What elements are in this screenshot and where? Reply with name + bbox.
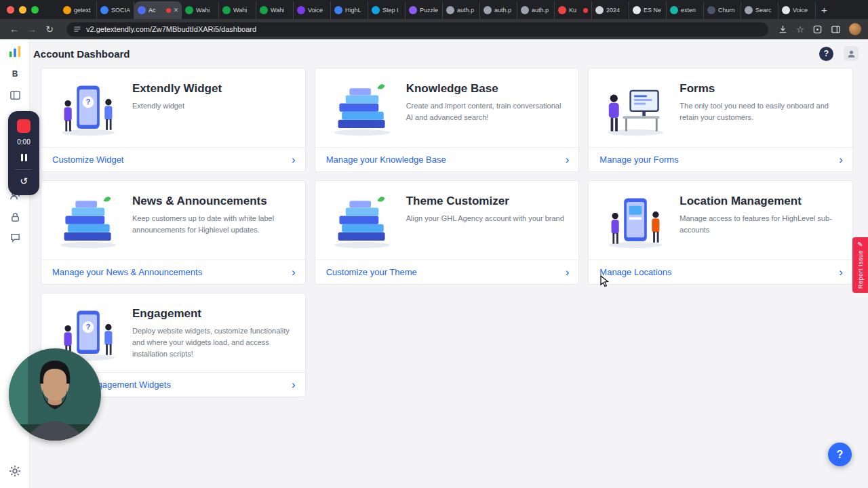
- browser-tab[interactable]: Step I: [368, 1, 406, 19]
- site-info-icon[interactable]: [73, 25, 81, 33]
- card-title: Forms: [679, 82, 843, 96]
- pencil-icon: ✎: [857, 241, 863, 248]
- card-action-label: Customize Widget: [52, 155, 123, 165]
- card-action-label: Customize your Theme: [326, 267, 417, 277]
- browser-tab[interactable]: Voice: [778, 1, 816, 19]
- card-action-label: Manage Locations: [599, 267, 671, 277]
- browser-tab[interactable]: auth.p: [443, 1, 480, 19]
- tab-label: auth.p: [532, 7, 549, 14]
- tab-favicon: [138, 6, 146, 14]
- back-icon[interactable]: ←: [7, 24, 22, 35]
- browser-tab[interactable]: ES Ne: [629, 1, 667, 19]
- browser-profile-avatar[interactable]: [849, 23, 861, 35]
- card-action-label: Manage your News & Announcements: [52, 267, 202, 277]
- browser-tab[interactable]: Ku: [555, 1, 592, 19]
- browser-tab[interactable]: getext: [60, 1, 97, 19]
- tab-strip-tabs: getextSOCIAAc×WahiWahiWahiVoiceHighLStep…: [60, 0, 816, 19]
- manage-news-announcements-link[interactable]: Manage your News & Announcements ›: [41, 260, 305, 284]
- card-title: Location Management: [679, 195, 843, 208]
- tab-label: HighL: [345, 7, 361, 14]
- browser-tab[interactable]: Wahi: [219, 1, 256, 19]
- tab-label: getext: [74, 7, 91, 14]
- customize-widget-link[interactable]: Customize Widget ›: [41, 147, 305, 171]
- url-text[interactable]: v2.getextendly.com/Zw7MBbudtIdXARi5/dash…: [86, 25, 256, 33]
- tab-favicon: [334, 6, 342, 14]
- new-tab-button[interactable]: +: [821, 4, 827, 19]
- card-knowledge-base: Knowledge Base Create and import content…: [315, 68, 580, 172]
- card-description: Create and import content, train convers…: [406, 100, 570, 123]
- help-icon[interactable]: ?: [819, 47, 833, 61]
- app-content: B: [0, 39, 868, 488]
- report-issue-label: Report Issue: [857, 250, 864, 289]
- card-description: The only tool you need to easily onboard…: [679, 100, 843, 123]
- manage-locations-link[interactable]: Manage Locations ›: [589, 260, 852, 284]
- page-title: Account Dashboard: [33, 48, 130, 60]
- browser-tab[interactable]: SOCIA: [97, 1, 134, 19]
- card-description: Keep customers up to date with white lab…: [132, 213, 296, 236]
- sidebar-item-b-badge[interactable]: B: [0, 69, 30, 79]
- bookmark-star-icon[interactable]: ☆: [796, 25, 804, 34]
- window-zoom-button[interactable]: [31, 6, 39, 14]
- pause-recording-button[interactable]: [21, 151, 27, 164]
- browser-tab[interactable]: Ac×: [134, 1, 182, 19]
- card-title: News & Announcements: [132, 195, 296, 208]
- window-close-button[interactable]: [7, 6, 14, 14]
- address-bar[interactable]: v2.getextendly.com/Zw7MBbudtIdXARi5/dash…: [66, 22, 768, 37]
- person-icon: [846, 49, 856, 59]
- tab-label: Ku: [569, 7, 576, 14]
- tab-favicon: [222, 6, 231, 14]
- lock-icon[interactable]: [0, 211, 30, 223]
- customize-theme-link[interactable]: Customize your Theme ›: [315, 260, 579, 284]
- card-title: Engagement: [132, 307, 296, 321]
- extendly-logo: [0, 45, 30, 58]
- tab-close-icon[interactable]: ×: [174, 6, 178, 14]
- tab-label: auth.p: [457, 7, 474, 14]
- browser-tab[interactable]: exten: [667, 1, 704, 19]
- reload-icon[interactable]: ↻: [42, 24, 57, 35]
- tab-favicon: [260, 6, 268, 14]
- restart-recording-icon[interactable]: ↺: [20, 176, 28, 186]
- forward-icon[interactable]: →: [24, 24, 39, 35]
- stop-recording-button[interactable]: [17, 119, 31, 133]
- browser-tab[interactable]: Searc: [741, 1, 778, 19]
- window-minimize-button[interactable]: [19, 6, 26, 14]
- card-description: Extendly widget: [132, 100, 222, 112]
- phone-people-illustration: ?: [48, 77, 128, 142]
- tab-favicon: [745, 6, 753, 14]
- browser-tab[interactable]: Churn: [704, 1, 741, 19]
- tab-label: Voice: [793, 7, 808, 14]
- download-icon[interactable]: [778, 24, 788, 35]
- help-fab[interactable]: ?: [828, 443, 852, 466]
- webcam-bubble[interactable]: [9, 348, 101, 441]
- browser-tab[interactable]: 2024: [592, 1, 629, 19]
- browser-tab[interactable]: HighL: [331, 1, 368, 19]
- extensions-puzzle-icon[interactable]: [812, 24, 823, 35]
- tab-favicon: [595, 6, 604, 14]
- browser-tab[interactable]: auth.p: [517, 1, 555, 19]
- user-avatar[interactable]: [844, 46, 859, 61]
- report-issue-tab[interactable]: ✎ Report Issue: [852, 237, 868, 293]
- settings-gear-icon[interactable]: [0, 465, 30, 477]
- layout-panel-icon[interactable]: [0, 89, 30, 101]
- card-theme-customizer: Theme Customizer Align your GHL Agency a…: [315, 180, 580, 285]
- tab-favicon: [782, 6, 790, 14]
- tab-label: Searc: [755, 7, 772, 14]
- chevron-right-icon: ›: [292, 154, 296, 165]
- manage-forms-link[interactable]: Manage your Forms ›: [589, 147, 852, 171]
- browser-tab[interactable]: auth.p: [480, 1, 517, 19]
- side-panel-icon[interactable]: [831, 24, 841, 35]
- chat-bubble-icon[interactable]: [0, 232, 30, 243]
- browser-tab[interactable]: Wahi: [256, 1, 294, 19]
- browser-tab[interactable]: Puzzle: [406, 1, 443, 19]
- books-illustration: [322, 189, 402, 254]
- card-title: Theme Customizer: [406, 195, 568, 208]
- manage-knowledge-base-link[interactable]: Manage your Knowledge Base ›: [315, 147, 579, 171]
- tab-favicon: [521, 6, 529, 14]
- tab-label: Ac: [149, 7, 156, 14]
- tab-favicon: [63, 6, 71, 14]
- svg-text:?: ?: [86, 323, 91, 331]
- card-title: Knowledge Base: [406, 82, 570, 96]
- card-action-label: Manage your Knowledge Base: [326, 155, 446, 165]
- browser-tab[interactable]: Voice: [294, 1, 331, 19]
- browser-tab[interactable]: Wahi: [182, 1, 219, 19]
